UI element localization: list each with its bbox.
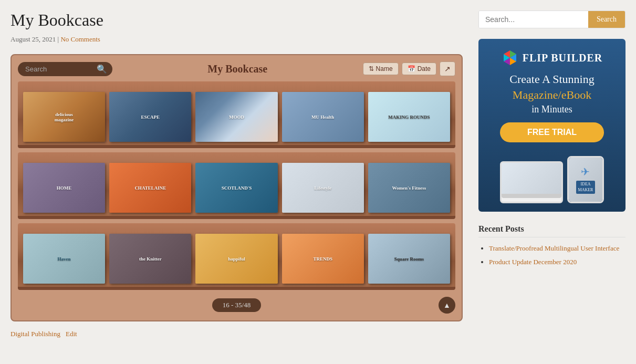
page-title: My Bookcase [11, 11, 463, 30]
book-mood[interactable]: MOOD [195, 92, 277, 142]
recent-posts-section: Recent Posts Translate/Proofread Multili… [478, 224, 625, 267]
meta-separator: | [58, 35, 59, 43]
free-trial-button[interactable]: FREE TRIAL [500, 122, 604, 142]
up-arrow-icon: ▲ [443, 301, 451, 309]
share-button[interactable]: ↗ [440, 61, 455, 76]
flipbook-brand: FLIP BUILDER [523, 52, 603, 64]
book-happiful[interactable]: happiful [195, 234, 277, 284]
post-meta: August 25, 2021 | No Comments [11, 35, 463, 44]
shelf-row-1: deliciousmagazine ESCAPE MOOD MU Health [18, 81, 455, 148]
sort-name-label: Name [376, 65, 393, 72]
recent-posts-list: Translate/Proofread Multilingual User In… [478, 244, 625, 267]
book-haven[interactable]: Haven [23, 234, 105, 284]
book-muhealth[interactable]: MU Health [282, 92, 364, 142]
sidebar-search-button[interactable]: Search [588, 11, 625, 28]
no-comments-link[interactable]: No Comments [60, 35, 100, 43]
book-womenfitness[interactable]: Women's Fitness [368, 163, 450, 213]
flip-logo-icon [502, 49, 518, 66]
sidebar: Search FLIP BUILDER Create A Stunning M [478, 11, 625, 338]
sidebar-search-wrap: Search [478, 11, 625, 28]
flipbook-mockup: ✈ IDEAMAKER [487, 156, 617, 203]
sort-name-button[interactable]: ⇅ Name [363, 63, 399, 75]
post-footer-links: Digital Publishing Edit [11, 330, 463, 338]
sidebar-search-section: Search [478, 11, 625, 28]
post-date: August 25, 2021 [11, 35, 56, 43]
flipbook-ad: FLIP BUILDER Create A Stunning Magazine/… [478, 39, 625, 212]
bookcase-search-input[interactable] [25, 65, 93, 73]
bookcase-toolbar: 🔍 My Bookcase ⇅ Name 📅 Date ↗ [18, 61, 455, 76]
scroll-top-button[interactable]: ▲ [439, 297, 455, 314]
edit-link[interactable]: Edit [66, 330, 77, 338]
book-chatelaine[interactable]: CHATELAINE [109, 163, 191, 213]
flipbook-tagline2: Magazine/eBook [487, 88, 617, 102]
list-item: Product Update December 2020 [489, 257, 625, 267]
book-making-rounds[interactable]: MAKING ROUNDS [368, 92, 450, 142]
sort-date-button[interactable]: 📅 Date [402, 63, 436, 75]
digital-publishing-link[interactable]: Digital Publishing [11, 330, 60, 338]
recent-post-link-1[interactable]: Translate/Proofread Multilingual User In… [489, 244, 619, 252]
search-icon: 🔍 [97, 64, 107, 74]
flipbook-ad-header: FLIP BUILDER [487, 49, 617, 66]
bookcase-sort-buttons: ⇅ Name 📅 Date ↗ [363, 61, 455, 76]
main-content: My Bookcase August 25, 2021 | No Comment… [11, 11, 463, 338]
share-icon: ↗ [444, 65, 451, 73]
shelf-row-3: Haven the Knitter happiful TRENDS Square [18, 223, 455, 290]
flipbook-tagline1: Create A Stunning [487, 72, 617, 86]
sort-date-label: Date [418, 65, 431, 72]
bookcase-shelves: deliciousmagazine ESCAPE MOOD MU Health [18, 81, 455, 294]
shelf-books-3: Haven the Knitter happiful TRENDS Square [23, 228, 450, 284]
bookcase-footer: 16 - 35/48 ▲ [18, 294, 455, 314]
book-lifestyle[interactable]: Lifestyle [282, 163, 364, 213]
shelf-books-1: deliciousmagazine ESCAPE MOOD MU Health [23, 87, 450, 142]
book-square-rooms[interactable]: Square Rooms [368, 234, 450, 284]
calendar-icon: 📅 [408, 65, 415, 72]
idea-label: ✈ IDEAMAKER [576, 165, 596, 194]
book-trends[interactable]: TRENDS [282, 234, 364, 284]
mockup-monitor [500, 161, 563, 203]
page-indicator: 16 - 35/48 [212, 298, 261, 312]
shelf-row-2: HOME CHATELAINE SCOTLAND'S Lifestyle Wom [18, 152, 455, 219]
book-delicious[interactable]: deliciousmagazine [23, 92, 105, 142]
sort-icon: ⇅ [369, 65, 374, 72]
bookcase-widget: 🔍 My Bookcase ⇅ Name 📅 Date ↗ [11, 54, 463, 321]
bookcase-search-wrap: 🔍 [18, 62, 112, 76]
sidebar-search-input[interactable] [479, 11, 588, 28]
list-item: Translate/Proofread Multilingual User In… [489, 244, 625, 253]
mockup-tablet: ✈ IDEAMAKER [567, 156, 604, 203]
book-home[interactable]: HOME [23, 163, 105, 213]
recent-post-link-2[interactable]: Product Update December 2020 [489, 258, 577, 266]
book-knitter[interactable]: the Knitter [109, 234, 191, 284]
bookcase-title: My Bookcase [207, 63, 267, 75]
flipbook-tagline3: in Minutes [487, 104, 617, 115]
book-scotland[interactable]: SCOTLAND'S [195, 163, 277, 213]
book-escape[interactable]: ESCAPE [109, 92, 191, 142]
shelf-books-2: HOME CHATELAINE SCOTLAND'S Lifestyle Wom [23, 158, 450, 213]
paper-plane-icon: ✈ [576, 165, 596, 178]
recent-posts-heading: Recent Posts [478, 224, 625, 237]
